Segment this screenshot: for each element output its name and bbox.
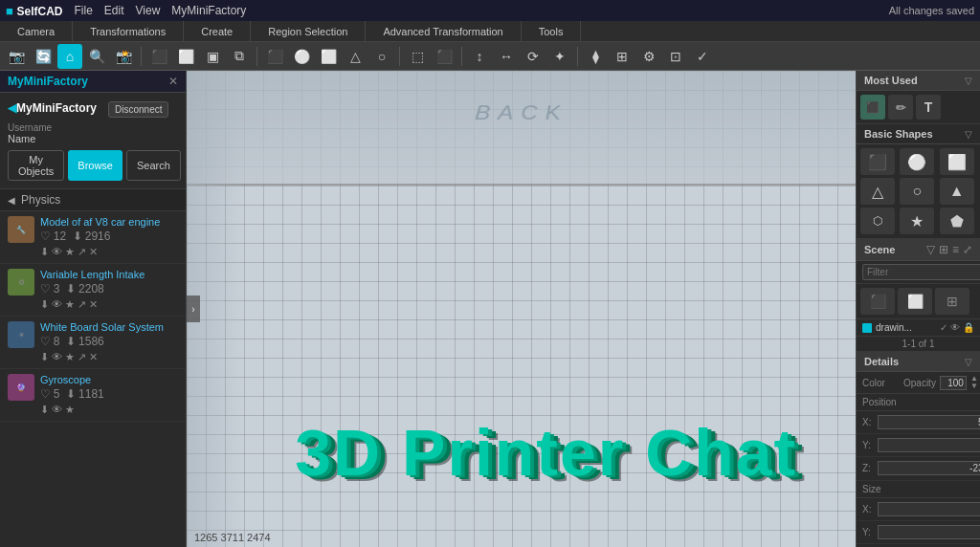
scene-filter-input[interactable] (862, 264, 980, 280)
text-tool-icon[interactable]: ⬛ (860, 95, 885, 120)
tool-5-btn[interactable]: ✓ (690, 44, 715, 69)
scene-mesh-icon[interactable]: ⬜ (898, 288, 932, 315)
opacity-down-btn[interactable]: ▼ (970, 383, 978, 390)
basic-shapes-label: Basic Shapes (864, 128, 933, 140)
cube-shape-btn[interactable]: ⬛ (860, 148, 895, 175)
star-action[interactable]: ★ (65, 246, 75, 258)
model-name[interactable]: Gyroscope (40, 374, 178, 385)
shape-cyl-btn[interactable]: ⬜ (316, 44, 341, 69)
text-icon[interactable]: T (916, 95, 941, 120)
drawing-check-icon[interactable]: ✓ (940, 322, 947, 333)
position-z-input[interactable] (878, 461, 980, 475)
tab-create[interactable]: Create (184, 21, 251, 41)
pyramid-shape-btn[interactable]: ▲ (940, 178, 974, 205)
position-y-input[interactable] (878, 438, 980, 452)
scene-filter-icon[interactable]: ▽ (926, 243, 935, 256)
model-name[interactable]: Variable Length Intake (40, 269, 178, 280)
my-objects-button[interactable]: My Objects (8, 150, 64, 181)
home-icon-btn[interactable]: ⌂ (57, 44, 82, 69)
move-icon-btn[interactable]: ⬛ (146, 44, 171, 69)
drawing-lock-icon[interactable]: 🔒 (963, 322, 974, 333)
expand-viewport-btn[interactable]: › (187, 295, 200, 322)
download-action[interactable]: ⬇ (40, 351, 49, 363)
photo-icon-btn[interactable]: 📸 (111, 44, 136, 69)
share-action[interactable]: ↗ (78, 351, 86, 363)
delete-action[interactable]: ✕ (89, 246, 98, 258)
star-action[interactable]: ★ (65, 298, 75, 311)
list-item: 🔮 Gyroscope ♡ 5 ⬇ 1181 ⬇ 👁 ★ (0, 369, 186, 422)
share-action[interactable]: ↗ (78, 298, 86, 311)
adv-transform-btn[interactable]: ↕ (467, 44, 492, 69)
region-2-btn[interactable]: ⬛ (432, 44, 457, 69)
cone-shape-btn[interactable]: △ (860, 178, 895, 205)
share-action[interactable]: ↗ (78, 246, 86, 258)
scene-group-icon[interactable]: ⊞ (935, 288, 969, 315)
view-action[interactable]: 👁 (52, 298, 62, 311)
torus-shape-btn[interactable]: ○ (900, 178, 934, 205)
rotate-icon-btn[interactable]: 🔄 (31, 44, 56, 69)
delete-action[interactable]: ✕ (89, 351, 98, 363)
download-action[interactable]: ⬇ (40, 246, 49, 258)
select-icon-btn[interactable]: ▣ (200, 44, 225, 69)
tab-camera[interactable]: Camera (0, 21, 73, 41)
menu-file[interactable]: File (74, 4, 92, 17)
tool-1-btn[interactable]: ⧫ (583, 44, 608, 69)
adv-3-btn[interactable]: ⟳ (521, 44, 546, 69)
scene-grid-icon[interactable]: ⊞ (939, 243, 948, 256)
position-x-input[interactable] (878, 415, 980, 429)
most-used-filter-icon[interactable]: ▽ (965, 76, 972, 86)
adv-4-btn[interactable]: ✦ (547, 44, 572, 69)
cylinder-shape-btn[interactable]: ⬜ (940, 148, 974, 175)
physics-header[interactable]: ◀ Physics (0, 189, 186, 211)
sphere-shape-btn[interactable]: ⚪ (900, 148, 934, 175)
model-name[interactable]: Model of af V8 car engine (40, 216, 178, 228)
delete-action[interactable]: ✕ (89, 298, 98, 311)
scene-list-icon[interactable]: ≡ (952, 243, 959, 256)
shape-sphere-btn[interactable]: ⚪ (289, 44, 314, 69)
panel-close-btn[interactable]: ✕ (168, 75, 178, 88)
shape-cone-btn[interactable]: △ (343, 44, 368, 69)
tool-4-btn[interactable]: ⊡ (663, 44, 688, 69)
scene-expand-icon[interactable]: ⤢ (963, 243, 972, 256)
browse-button[interactable]: Browse (68, 150, 122, 181)
star-action[interactable]: ★ (65, 351, 75, 363)
viewport[interactable]: BACK 3D Printer Chat › 1265 3711 2474 (187, 71, 856, 547)
shape-torus-btn[interactable]: ○ (369, 44, 394, 69)
tool-3-btn[interactable]: ⚙ (636, 44, 661, 69)
camera-icon-btn[interactable]: 📷 (4, 44, 29, 69)
adv-2-btn[interactable]: ↔ (494, 44, 519, 69)
size-y-input[interactable] (878, 525, 980, 539)
menu-view[interactable]: View (136, 4, 161, 17)
search-button[interactable]: Search (126, 150, 181, 181)
size-x-input[interactable] (878, 502, 980, 516)
scale-icon-btn[interactable]: ⬜ (173, 44, 198, 69)
sketch-icon[interactable]: ✏ (888, 95, 913, 120)
view-action[interactable]: 👁 (52, 404, 62, 416)
scene-object-icon[interactable]: ⬛ (860, 288, 895, 315)
view-action[interactable]: 👁 (52, 246, 62, 258)
menu-mmf[interactable]: MyMiniFactory (171, 4, 246, 17)
star-action[interactable]: ★ (65, 404, 75, 416)
drawing-eye-icon[interactable]: 👁 (950, 322, 960, 333)
tab-tools[interactable]: Tools (522, 21, 582, 41)
basic-shapes-filter-icon[interactable]: ▽ (965, 129, 972, 140)
shape-cube-btn[interactable]: ⬛ (262, 44, 287, 69)
menu-edit[interactable]: Edit (104, 4, 124, 17)
tab-region-selection[interactable]: Region Selection (251, 21, 366, 41)
zoom-icon-btn[interactable]: 🔍 (84, 44, 109, 69)
wedge-shape-btn[interactable]: ⬡ (860, 208, 895, 234)
disconnect-button[interactable]: Disconnect (108, 101, 168, 118)
details-filter-icon[interactable]: ▽ (965, 357, 972, 367)
tool-2-btn[interactable]: ⊞ (610, 44, 635, 69)
region-sel-btn[interactable]: ⬚ (405, 44, 430, 69)
opacity-input[interactable] (940, 376, 967, 390)
download-action[interactable]: ⬇ (40, 404, 49, 416)
view-action[interactable]: 👁 (52, 351, 62, 363)
download-action[interactable]: ⬇ (40, 298, 49, 311)
model-name[interactable]: White Board Solar System (40, 321, 178, 333)
tab-transformations[interactable]: Transformations (73, 21, 184, 41)
heart-shape-btn[interactable]: ⬟ (940, 208, 974, 234)
mirror-icon-btn[interactable]: ⧉ (227, 44, 252, 69)
star-shape-btn[interactable]: ★ (900, 208, 934, 234)
tab-advanced-transformation[interactable]: Advanced Transformation (366, 21, 521, 41)
